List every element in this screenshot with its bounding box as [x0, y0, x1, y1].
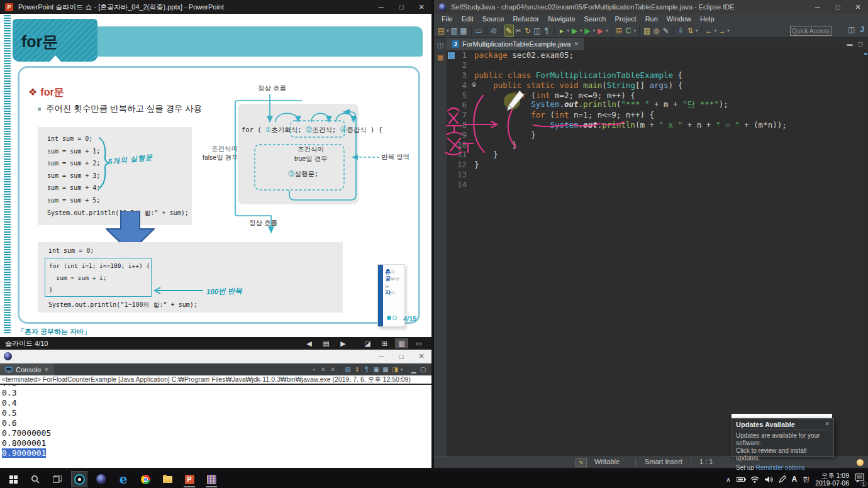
menu-item-refactor[interactable]: Refactor	[509, 15, 543, 23]
taskbar-item-eclipse[interactable]	[93, 471, 109, 487]
run-last-icon[interactable]: ▸	[557, 25, 567, 36]
code-line[interactable]: 2	[447, 60, 863, 70]
pin-console-icon[interactable]: ▣	[371, 366, 381, 373]
dropdown-arrow-icon[interactable]: ▾	[634, 28, 637, 33]
new-java-project-icon[interactable]: ⊞	[615, 25, 624, 36]
save-all-icon[interactable]: ▩	[459, 25, 469, 36]
menu-item-source[interactable]: Source	[479, 15, 508, 23]
code-editor[interactable]: 1package sec02.exam05;23public class For…	[447, 50, 863, 457]
tab-console[interactable]: Console ✕	[0, 363, 54, 375]
code-line[interactable]: 8 System.out.println(m + " x " + n + " =…	[447, 120, 863, 130]
maximize-view-icon[interactable]: ▢	[857, 41, 863, 47]
reading-view-icon[interactable]: ▥	[395, 338, 408, 348]
minimize-icon[interactable]: ─	[371, 0, 391, 14]
notification-bulb-icon[interactable]	[857, 459, 864, 466]
skip-breakpoints-icon[interactable]: ⊘	[489, 25, 499, 36]
mark-occurrences-icon[interactable]: ✎	[661, 25, 670, 36]
back-icon[interactable]: ←	[704, 25, 714, 36]
menu-item-window[interactable]: Window	[663, 15, 695, 23]
menu-item-search[interactable]: Search	[581, 15, 610, 23]
java-perspective-icon[interactable]: J	[860, 25, 864, 34]
see-all-slides-icon[interactable]: ⊞	[378, 338, 391, 348]
tray-expand-icon[interactable]: ∧	[726, 476, 730, 483]
code-line[interactable]: 12}	[447, 160, 863, 170]
tab-formultiplicationtableexample[interactable]: J ForMultiplicationTableExample.java ✕	[447, 38, 584, 50]
show-whitespace-icon[interactable]: ¶	[542, 25, 552, 36]
volume-icon[interactable]	[765, 476, 773, 483]
cut-tool-icon[interactable]: ✂	[514, 25, 523, 36]
taskbar-item-powerpoint[interactable]: P	[181, 471, 198, 487]
next-slide-icon[interactable]: ▶	[337, 338, 350, 348]
taskbar-item-edge[interactable]: e	[115, 471, 131, 487]
menu-item-edit[interactable]: Edit	[458, 15, 477, 23]
wifi-icon[interactable]	[750, 476, 759, 483]
code-line[interactable]: 14	[447, 179, 863, 189]
editor-mode-icon[interactable]: ✎	[576, 458, 587, 467]
refresh-doc-icon[interactable]: ↻	[523, 25, 533, 36]
dropdown-arrow-icon[interactable]: ▾	[580, 28, 582, 33]
end-show-icon[interactable]: ▭	[412, 338, 425, 348]
dropdown-arrow-icon[interactable]: ▾	[727, 28, 730, 33]
minimize-icon[interactable]: ─	[371, 350, 391, 363]
window-view-icon[interactable]: ◫	[533, 25, 542, 36]
restore-view-icon[interactable]: ◫	[437, 41, 443, 49]
word-wrap-icon[interactable]: ¶	[362, 366, 371, 373]
code-line[interactable]: 3public class ForMultiplicationTableExam…	[447, 70, 863, 80]
minimize-view-icon[interactable]: ▁	[409, 366, 418, 373]
maximize-icon[interactable]: □	[391, 0, 411, 14]
menu-item-help[interactable]: Help	[696, 15, 718, 23]
ime-mode[interactable]: A	[792, 475, 798, 484]
dropdown-arrow-icon[interactable]: ▾	[606, 28, 608, 33]
dropdown-arrow-icon[interactable]: ▾	[696, 28, 698, 33]
new-wizard-icon[interactable]: ▤	[437, 25, 446, 36]
debug-icon[interactable]: ▶	[570, 25, 579, 36]
code-line[interactable]: 1package sec02.exam05;	[447, 50, 863, 60]
last-edit-location-icon[interactable]: ⇩	[676, 25, 686, 36]
profile-icon[interactable]: ▶	[596, 25, 605, 36]
taskbar-item-game[interactable]	[203, 471, 220, 487]
scroll-lock-icon[interactable]: ⇕	[352, 366, 362, 373]
console-output[interactable]: 0.20.30.40.50.60.700000050.80000010.9000…	[0, 385, 431, 468]
taskbar-item-chrome[interactable]	[137, 471, 153, 487]
code-line[interactable]: 5 for (int m=2; m<=9; m++) {	[447, 90, 863, 100]
remove-all-launches-icon[interactable]: ✕	[328, 366, 337, 373]
maximize-icon[interactable]: □	[391, 350, 411, 363]
slide-canvas[interactable]: for문 ❖for문 주어진 횟수만큼 반복하고 싶을 경우 사용 int su…	[0, 14, 431, 337]
action-center-button[interactable]: 1	[855, 474, 864, 485]
taskbar-item-explorer[interactable]	[159, 471, 175, 487]
dropdown-arrow-icon[interactable]: ▾	[447, 28, 449, 33]
open-type-icon[interactable]: ◎	[652, 25, 661, 36]
language-indicator[interactable]: 한	[803, 475, 810, 484]
close-tab-icon[interactable]: ✕	[574, 41, 579, 47]
minimize-view-icon[interactable]: ▬	[847, 41, 852, 47]
clear-console-icon[interactable]: ▤	[343, 366, 352, 373]
maximize-icon[interactable]: □	[828, 0, 848, 14]
editor-scrollbar[interactable]	[863, 50, 868, 457]
notes-icon[interactable]: ▤	[320, 338, 333, 348]
menu-item-run[interactable]: Run	[642, 15, 662, 23]
terminate-icon[interactable]: ▪	[309, 366, 318, 373]
taskbar-item-recorder[interactable]	[71, 471, 87, 487]
forward-icon[interactable]: →	[717, 25, 726, 36]
code-line[interactable]: 4 public static void main(String[] args)…	[447, 80, 863, 90]
menu-item-navigate[interactable]: Navigate	[544, 15, 579, 23]
code-line[interactable]: 10 }	[447, 140, 863, 150]
run-icon[interactable]: ▶	[583, 25, 593, 36]
save-icon[interactable]: ▥	[450, 25, 459, 36]
open-perspective-icon[interactable]: ◫	[848, 25, 855, 34]
link-with-editor-icon[interactable]: ⇅	[686, 25, 695, 36]
menu-item-file[interactable]: File	[438, 15, 457, 23]
code-line[interactable]: 6 System.out.println("*** " + m + "단 ***…	[447, 100, 863, 110]
clock[interactable]: 오후 1:09 2019-07-06	[815, 472, 849, 487]
minimize-icon[interactable]: ─	[808, 0, 828, 14]
remove-launch-icon[interactable]: ✕	[318, 366, 328, 373]
code-line[interactable]: 7 for (int n=1; n<=9; n++) {	[447, 110, 863, 120]
code-line[interactable]: 13	[447, 170, 863, 180]
close-icon[interactable]: ✕	[411, 350, 431, 363]
menu-item-project[interactable]: Project	[611, 15, 640, 23]
close-icon[interactable]: ✕	[411, 0, 431, 14]
package-explorer-icon[interactable]: ▦	[437, 53, 443, 62]
close-icon[interactable]: ✕	[848, 0, 868, 14]
show-selected-console-icon[interactable]: ▦	[381, 366, 390, 373]
code-line[interactable]: 11 }	[447, 150, 863, 160]
